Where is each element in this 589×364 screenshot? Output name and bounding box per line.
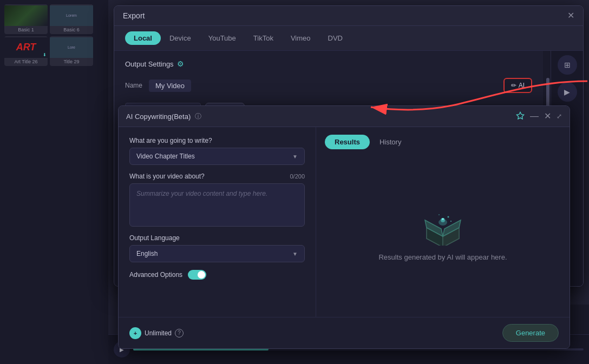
- unlimited-badge: + Unlimited ?: [129, 327, 184, 339]
- side-icon-button-1[interactable]: ⊞: [558, 55, 577, 75]
- name-label: Name: [125, 82, 142, 89]
- thumbnail-row-2: ART Art Title 26 ⬇ Lore Title 29: [4, 36, 104, 66]
- export-tabs: Local Device YouTube TikTok Vimeo DVD: [114, 26, 583, 51]
- output-settings-icon: ⚙: [177, 59, 184, 68]
- export-tab-youtube[interactable]: YouTube: [200, 31, 245, 45]
- ai-copywriting-dialog: AI Copywriting(Beta) ⓘ — ✕ ⤢ What are yo…: [118, 105, 570, 349]
- ai-star-button[interactable]: [516, 111, 525, 121]
- side-icon-button-2[interactable]: ▶: [558, 82, 577, 102]
- thumbnail-title29[interactable]: Lore Title 29: [50, 36, 93, 66]
- name-value[interactable]: My Video: [149, 80, 191, 92]
- edit-name-button[interactable]: ✏ AI: [503, 78, 532, 93]
- results-tab-history[interactable]: History: [370, 135, 411, 149]
- results-tabs: Results History: [325, 135, 561, 149]
- language-value: English: [136, 250, 158, 257]
- results-empty-text: Results generated by AI will appear here…: [378, 253, 507, 261]
- export-tab-device[interactable]: Device: [161, 31, 200, 45]
- svg-point-12: [450, 221, 451, 222]
- output-language-select[interactable]: English ▼: [129, 245, 305, 262]
- video-about-label: What is your video about?: [129, 173, 205, 180]
- output-language-group: Output Language English ▼: [129, 234, 305, 262]
- unlimited-label: Unlimited: [145, 329, 172, 337]
- video-about-textarea[interactable]: Summarize your video content and type he…: [129, 183, 305, 227]
- write-type-group: What are you going to write? Video Chapt…: [129, 137, 305, 165]
- unlimited-icon: +: [129, 327, 141, 339]
- output-settings-header: Output Settings ⚙: [125, 59, 532, 68]
- textarea-placeholder: Summarize your video content and type he…: [136, 190, 267, 197]
- svg-point-11: [439, 214, 440, 215]
- ai-footer: + Unlimited ? Generate: [119, 317, 570, 348]
- unlimited-help-icon[interactable]: ?: [175, 329, 184, 337]
- toggle-knob: [198, 271, 205, 279]
- thumb-label: Basic 6: [63, 26, 80, 34]
- output-language-label: Output Language: [129, 234, 305, 242]
- thumb-image: ART: [4, 37, 48, 58]
- ai-form-panel: What are you going to write? Video Chapt…: [119, 127, 316, 317]
- video-about-header: What is your video about? 0/200: [129, 173, 305, 180]
- left-thumbnail-panel: Basic 1 Lorem Basic 6 ART Art Title 26 ⬇…: [0, 0, 108, 364]
- ai-dialog-title: AI Copywriting(Beta): [126, 112, 191, 121]
- thumbnail-basic1[interactable]: Basic 1: [4, 4, 48, 34]
- write-type-arrow-icon: ▼: [292, 154, 298, 160]
- generate-button[interactable]: Generate: [502, 324, 559, 342]
- ai-label: AI: [519, 82, 525, 89]
- svg-marker-1: [516, 112, 523, 119]
- export-tab-dvd[interactable]: DVD: [319, 31, 351, 45]
- export-tab-vimeo[interactable]: Vimeo: [282, 31, 319, 45]
- char-count: 0/200: [290, 173, 305, 180]
- thumbnail-art-title[interactable]: ART Art Title 26 ⬇: [4, 36, 48, 66]
- main-editor-area: Export ✕ Local Device YouTube TikTok Vim…: [108, 0, 589, 364]
- thumb-image: Lorem: [50, 5, 93, 26]
- name-row: Name My Video ✏ AI: [125, 74, 532, 97]
- advanced-options-row: Advanced Options: [129, 270, 305, 280]
- results-empty-area: Results generated by AI will appear here…: [325, 157, 561, 309]
- export-tab-tiktok[interactable]: TikTok: [245, 31, 282, 45]
- export-titlebar: Export ✕: [114, 6, 583, 26]
- export-tab-local[interactable]: Local: [125, 31, 161, 45]
- thumbnail-row-1: Basic 1 Lorem Basic 6: [4, 4, 104, 34]
- results-tab-results[interactable]: Results: [325, 135, 370, 149]
- ai-titlebar: AI Copywriting(Beta) ⓘ — ✕ ⤢: [119, 106, 570, 127]
- thumb-image: [4, 5, 48, 26]
- thumb-label: Title 29: [63, 58, 79, 65]
- ai-results-panel: Results History: [316, 127, 570, 317]
- advanced-options-label: Advanced Options: [129, 271, 182, 279]
- thumb-image: Lore: [50, 37, 93, 58]
- write-type-select[interactable]: Video Chapter Titles ▼: [129, 148, 305, 165]
- thumbnail-basic6[interactable]: Lorem Basic 6: [50, 4, 93, 34]
- download-icon: ⬇: [43, 52, 47, 57]
- svg-point-9: [442, 218, 444, 220]
- write-type-value: Video Chapter Titles: [136, 153, 195, 160]
- export-dialog-title: Export: [123, 11, 145, 20]
- ai-info-icon[interactable]: ⓘ: [195, 112, 201, 121]
- video-about-group: What is your video about? 0/200 Summariz…: [129, 173, 305, 227]
- write-type-label: What are you going to write?: [129, 137, 305, 144]
- export-close-button[interactable]: ✕: [567, 11, 574, 20]
- thumb-label: Basic 1: [18, 26, 34, 34]
- output-settings-label: Output Settings: [125, 60, 174, 68]
- ai-expand-button[interactable]: ⤢: [557, 113, 562, 120]
- ai-titlebar-actions: — ✕ ⤢: [516, 111, 562, 121]
- edit-icon: ✏: [511, 82, 516, 89]
- ai-minimize-button[interactable]: —: [530, 112, 539, 121]
- empty-box-icon: [418, 205, 467, 246]
- ai-body: What are you going to write? Video Chapt…: [119, 127, 570, 317]
- thumb-label: Art Title 26: [14, 58, 37, 65]
- advanced-options-toggle[interactable]: [188, 270, 206, 280]
- ai-close-button[interactable]: ✕: [544, 112, 551, 121]
- language-arrow-icon: ▼: [292, 251, 298, 257]
- svg-point-10: [448, 216, 449, 218]
